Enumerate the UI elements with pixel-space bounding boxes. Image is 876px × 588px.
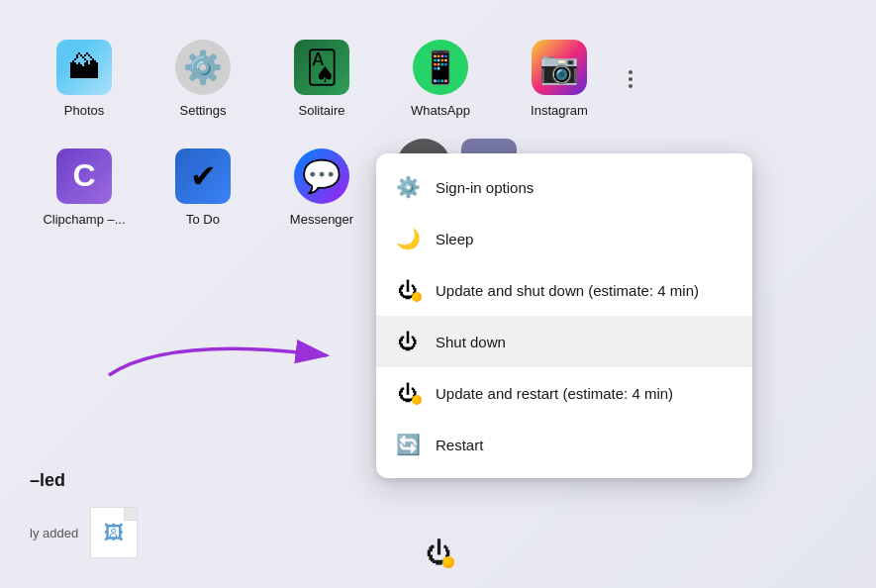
solitaire-icon: 🂡 [294,40,349,95]
settings-label: Settings [180,103,227,119]
messenger-label: Messenger [290,212,353,228]
app-solitaire[interactable]: 🂡 Solitaire [267,30,376,129]
solitaire-label: Solitaire [299,103,345,119]
app-whatsapp[interactable]: 📱 WhatsApp [386,30,495,129]
photos-label: Photos [64,103,104,119]
clipchamp-icon: C [56,148,112,204]
dot-1 [629,70,633,74]
update-restart-icon: ⏻ [396,381,420,405]
photos-icon: 🏔 [56,40,112,95]
apps-row-1: 🏔 Photos ⚙️ Settings 🂡 Solitaire 📱 Whats… [30,30,846,129]
context-menu: ⚙️ Sign-in options 🌙 Sleep ⏻ Update and … [376,153,752,478]
instagram-label: Instagram [531,103,588,119]
app-messenger[interactable]: 💬 Messenger [267,139,376,238]
whatsapp-icon: 📱 [413,40,468,95]
app-instagram[interactable]: 📷 Instagram [505,30,614,129]
todo-icon: ✔ [175,148,231,204]
menu-restart[interactable]: 🔄 Restart [376,419,752,470]
app-clipchamp[interactable]: C Clipchamp –... [30,139,139,238]
menu-sign-in-options[interactable]: ⚙️ Sign-in options [376,161,752,213]
shutdown-label: Shut down [436,334,506,350]
dot-2 [629,77,633,81]
file-icon: 🖼 [90,507,138,558]
update-shutdown-label: Update and shut down (estimate: 4 min) [436,282,699,299]
restart-icon: 🔄 [396,433,420,456]
update-restart-label: Update and restart (estimate: 4 min) [436,385,673,402]
power-button-area: ⏻ [421,535,456,570]
menu-update-restart[interactable]: ⏻ Update and restart (estimate: 4 min) [376,367,752,419]
menu-update-shutdown[interactable]: ⏻ Update and shut down (estimate: 4 min) [376,264,752,316]
dot-3 [629,84,633,88]
settings-icon: ⚙️ [175,40,231,95]
app-todo[interactable]: ✔ To Do [148,139,257,238]
moon-icon: 🌙 [396,227,420,250]
messenger-icon: 💬 [294,148,349,204]
clipchamp-label: Clipchamp –... [43,212,125,228]
sign-in-options-label: Sign-in options [436,179,534,196]
app-settings[interactable]: ⚙️ Settings [148,30,257,129]
power-button[interactable]: ⏻ [421,535,456,570]
more-apps-button[interactable] [624,60,637,98]
power-orange-dot [442,556,454,568]
gear-icon: ⚙️ [396,175,420,199]
restart-label: Restart [436,437,483,453]
whatsapp-label: WhatsApp [411,103,470,119]
app-photos[interactable]: 🏔 Photos [30,30,139,129]
recently-subtext: ly added [30,526,78,540]
menu-shutdown[interactable]: ⏻ Shut down [376,316,752,367]
instagram-icon: 📷 [532,40,587,95]
sleep-label: Sleep [436,231,473,247]
arrow-annotation [89,296,416,415]
menu-sleep[interactable]: 🌙 Sleep [376,213,752,264]
shutdown-icon: ⏻ [396,330,420,353]
update-shutdown-icon: ⏻ [396,278,420,302]
todo-label: To Do [186,212,220,228]
